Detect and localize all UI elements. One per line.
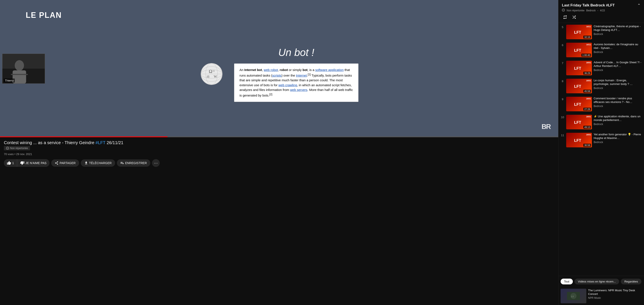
video-progress[interactable] (0, 136, 558, 137)
playlist-item[interactable]: 6 LFT 16/11 1:00:40 Aurores boréales: de… (558, 41, 644, 59)
thumb-date: 16/11 (586, 26, 591, 28)
playlist-meta: Non répertoriée Bedrock - 4/15 (562, 9, 640, 12)
item-channel: Bedrock (594, 69, 642, 72)
playlist-item[interactable]: 5 LFT 16/11 32:16 Cinématographie, théor… (558, 23, 644, 41)
item-channel: Bedrock (594, 123, 642, 126)
item-title: ⚡ Une application résiliente, dans un mo… (594, 115, 642, 122)
item-title: Yet another form generator 💡 - Pierre Hu… (594, 133, 642, 140)
presenter-name-badge: Thierry (4, 79, 15, 83)
filter-watched[interactable]: Regardées (621, 279, 642, 284)
video-info: Contest wining ... as a service - Thierr… (0, 137, 558, 169)
item-title: Le corps humain : Energie, psychologie, … (594, 79, 642, 86)
video-player[interactable]: LE PLAN Ω W (0, 0, 558, 137)
svg-text:LFT: LFT (574, 138, 581, 143)
item-thumbnail: LFT 28/01 36:29 (566, 61, 592, 75)
item-number: 8 (560, 80, 564, 83)
item-number: 5 (560, 26, 564, 29)
dislike-button[interactable]: JE N'AIME PAS (17, 159, 50, 167)
item-number: 9 (560, 98, 564, 101)
save-button[interactable]: ENREGISTRER (117, 159, 150, 167)
item-channel: Bedrock (594, 87, 642, 90)
playlist-item[interactable]: 11 LFT 28/01 30:58 Yet another form gene… (558, 131, 644, 149)
thumb-duration: 32:16 (583, 36, 591, 39)
recommended-item[interactable]: ♪♪ The Lumineers: NPR Music Tiny Desk Co… (558, 287, 644, 305)
slide-content-area: Ω W 維 H Un bot ! An Internet bot, web ro… (13, 20, 546, 129)
item-title: Cinématographie, théorie et pratique - H… (594, 25, 642, 32)
item-number: 10 (560, 116, 564, 119)
rec-title: The Lumineers: NPR Music Tiny Desk Conce… (588, 289, 642, 296)
playlist-items: 5 LFT 16/11 32:16 Cinématographie, théor… (558, 23, 644, 276)
rec-info: The Lumineers: NPR Music Tiny Desk Conce… (588, 289, 642, 299)
svg-rect-13 (11, 74, 28, 75)
playlist-badge-icon (562, 9, 565, 12)
playlist-item[interactable]: 10 LFT 28/01 49:13 ⚡ Une application rés… (558, 113, 644, 131)
svg-text:♪♪: ♪♪ (571, 295, 574, 298)
shuffle-button[interactable] (571, 14, 577, 22)
rec-channel: NPR Music (588, 296, 642, 299)
item-info: Comment booster / rendre plus efficaces … (594, 97, 642, 108)
svg-text:W: W (214, 75, 217, 78)
svg-point-11 (15, 60, 24, 71)
playlist-channel: Bedrock (586, 9, 596, 12)
item-thumbnail: LFT 28/01 27:26 (566, 97, 592, 111)
thumb-date: 28/01 (586, 62, 591, 64)
item-channel: Bedrock (594, 141, 642, 144)
playlist-item[interactable]: 8 LFT 28/01 45:58 Le corps humain : Ener… (558, 77, 644, 95)
loop-button[interactable] (562, 14, 568, 22)
item-info: Aurores boréales: de l'imaginaire au rée… (594, 43, 642, 54)
playlist-item[interactable]: 9 LFT 28/01 27:26 Comment booster / rend… (558, 95, 644, 113)
slide-section-label: LE PLAN (26, 11, 62, 20)
item-channel: Bedrock (594, 105, 642, 108)
item-info: Cinématographie, théorie et pratique - H… (594, 25, 642, 36)
thumb-duration: 27:26 (583, 108, 591, 111)
slide-bot-title: Un bot ! (278, 47, 314, 58)
item-thumbnail: LFT 28/01 45:58 (566, 79, 592, 93)
item-channel: Bedrock (594, 33, 642, 36)
svg-text:LFT: LFT (574, 30, 581, 35)
svg-text:H: H (213, 69, 214, 73)
item-thumbnail: LFT 16/11 32:16 (566, 25, 592, 39)
item-thumbnail: LFT 28/01 49:13 (566, 115, 592, 129)
item-thumbnail: LFT 28/01 30:58 (566, 133, 592, 147)
svg-text:維: 維 (206, 75, 210, 78)
item-info: Yet another form generator 💡 - Pierre Hu… (594, 133, 642, 144)
playlist-item[interactable]: 7 LFT 28/01 36:29 Advent of Code… In Goo… (558, 59, 644, 77)
thumb-date: 16/11 (586, 44, 591, 46)
action-bar: 1 JE N'AIME PAS PARTAGER TÉLÉCHARGER (4, 158, 554, 168)
svg-text:LFT: LFT (574, 66, 581, 71)
sidebar: Last Friday Talk Bedrock #LFT ⌃ Non répe… (558, 0, 644, 305)
playlist-position: 4/15 (600, 9, 605, 12)
views-date: 70 vues • 29 nov. 2021 (4, 153, 554, 156)
more-options-button[interactable]: ⋯ (152, 159, 160, 167)
hashtag-link[interactable]: #LFT (96, 140, 106, 145)
thumb-date: 28/01 (586, 80, 591, 82)
item-number: 7 (560, 62, 564, 65)
thumb-duration: 49:13 (583, 126, 591, 129)
item-number: 11 (560, 134, 564, 137)
item-number: 6 (560, 44, 564, 47)
like-count: 1 (12, 161, 14, 165)
share-button[interactable]: PARTAGER (51, 159, 79, 167)
thumb-duration: 36:29 (583, 72, 591, 75)
collapse-button[interactable]: ⌃ (637, 3, 640, 8)
playlist-title: Last Friday Talk Bedrock #LFT (562, 3, 615, 8)
filter-recent[interactable]: Vidéos mises en ligne récem... (574, 279, 619, 284)
bedrock-logo: BR (542, 123, 554, 133)
like-dislike-group: 1 JE N'AIME PAS (4, 159, 50, 167)
download-button[interactable]: TÉLÉCHARGER (81, 159, 115, 167)
thumb-date: 28/01 (586, 134, 591, 136)
thumb-duration: 45:58 (583, 90, 591, 93)
slide-definition-box: An Internet bot, web robot, robot or sim… (234, 64, 358, 102)
video-section: LE PLAN Ω W (0, 0, 558, 305)
thumb-date: 28/01 (586, 116, 591, 118)
progress-fill (0, 136, 168, 137)
svg-text:LFT: LFT (574, 84, 581, 89)
thumb-duration: 30:58 (583, 144, 591, 147)
filter-all[interactable]: Tout (560, 279, 573, 284)
like-button[interactable]: 1 (4, 159, 17, 167)
slide-background: LE PLAN Ω W (0, 0, 558, 137)
filter-row: Tout Vidéos mises en ligne récem... Rega… (558, 276, 644, 287)
item-title: Advent of Code… In Google Sheet ?! - Art… (594, 61, 642, 68)
item-channel: Bedrock (594, 51, 642, 54)
item-info: ⚡ Une application résiliente, dans un mo… (594, 115, 642, 126)
